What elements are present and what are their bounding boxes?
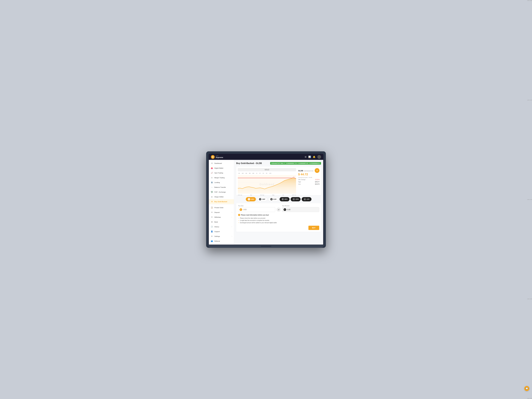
fiat-banner: Estimated FIAT Value ▼ $ 23699999952 7.0…	[270, 162, 321, 165]
tf-1d[interactable]: 1D	[238, 172, 241, 174]
sidebar-item-settings[interactable]: ⚙ Settings ›	[209, 234, 234, 239]
currency-tab-usd[interactable]: $ USD	[246, 197, 256, 201]
tf-2y[interactable]: 2Y	[259, 172, 261, 174]
tf-1m[interactable]: 1M	[245, 172, 248, 174]
give-label: You Give	[238, 205, 275, 207]
coin-full-name: Gold-Backed Coin	[304, 170, 313, 171]
currency-tab-btc[interactable]: ₿ BTC	[279, 197, 290, 201]
sidebar-item-margin-trading[interactable]: ⚖ Margin Trading	[209, 175, 234, 180]
coin-price: $ 44.72	[298, 173, 308, 176]
top-navigation: ⊕ crypX Supreme ⊞ 📊 🔔	[209, 154, 323, 160]
sidebar-item-shape-shifter[interactable]: ◈ Shape Shifter	[209, 194, 234, 199]
buy-button-wrap: BUY	[238, 226, 319, 230]
currency-tab-eth[interactable]: Ξ ETH	[291, 197, 301, 201]
chart-svg	[238, 175, 296, 194]
chat-bubble[interactable]: 💬	[524, 386, 529, 391]
chart-icon[interactable]: 📊	[308, 156, 311, 158]
currency-tab-eur[interactable]: € EUR	[268, 197, 278, 201]
sidebar-item-dashboard[interactable]: ⊟ Dashboard	[209, 161, 234, 166]
sidebar-item-deposit[interactable]: ⬇ Deposit ›	[209, 210, 234, 215]
swap-button[interactable]: ⇄	[277, 208, 281, 212]
coin-price-note: Gold price per gram = 10LDB	[298, 177, 312, 178]
receive-input-wrap: ⊙	[282, 207, 319, 212]
referral-icon: 👥	[211, 240, 213, 242]
give-input-wrap: $	[238, 207, 275, 212]
currency-tabs: $ USD £ GBP € EUR ₿ BTC	[236, 197, 321, 201]
coin-info: ⊙ GLDB Gold-Backed Coin $ 44.72 Gold pri…	[298, 168, 319, 194]
chart-canvas: Goldreed	[238, 175, 296, 194]
sidebar: ⊟ Dashboard 👛 Digital Wallet 📈 Spot Trad…	[209, 160, 234, 245]
exchange-icon: 💱	[211, 191, 213, 193]
logo-icon: ⊕	[211, 155, 215, 159]
sidebar-item-balance-transfer[interactable]: ↔ Balance Transfer	[209, 185, 234, 190]
info-icon: i	[238, 214, 240, 216]
transfer-icon: ↔	[211, 186, 213, 189]
chevron-right-icon: ›	[232, 212, 232, 213]
logo: ⊕ crypX Supreme	[211, 155, 223, 159]
grid-icon[interactable]: ⊞	[305, 156, 306, 158]
sidebar-item-bank[interactable]: 🏛 Bank	[209, 220, 234, 224]
eth-icon: Ξ	[293, 198, 295, 200]
app-layout: ⊟ Dashboard 👛 Digital Wallet 📈 Spot Trad…	[209, 160, 323, 245]
sidebar-item-digital-wallet[interactable]: 👛 Digital Wallet	[209, 166, 234, 171]
info-item-2: It might take few seconds to complete th…	[238, 219, 319, 222]
sidebar-item-fiat-exchange[interactable]: 💱 FIAT - Exchange	[209, 190, 234, 194]
tf-5y[interactable]: 5Y	[266, 172, 268, 174]
page-header: Buy Gold-Backed - GLDB Estimated FIAT Va…	[236, 162, 321, 165]
chart-line-icon: 📈	[211, 172, 213, 174]
sidebar-item-private-order[interactable]: 📋 Private Order	[209, 205, 234, 210]
tf-1w[interactable]: 1W	[241, 172, 244, 174]
order-icon: 📋	[211, 206, 213, 209]
tf-6m[interactable]: 6M	[252, 172, 255, 174]
chart-timeframe-buttons: 1D 1W 1M 3M 6M 1Y 2Y 3Y 5Y 10Y	[238, 172, 296, 174]
sidebar-item-withdraw[interactable]: ⬆ Withdraw ›	[209, 215, 234, 220]
receive-currency-icon: ⊙	[284, 208, 286, 211]
receive-field: You Receive ⊙	[282, 205, 319, 212]
deposit-icon: ⬇	[211, 211, 213, 214]
tf-1y[interactable]: 1Y	[255, 172, 258, 174]
info-list: Please check the rates before you procee…	[238, 217, 319, 224]
bank-icon: 🏛	[211, 221, 213, 223]
give-input[interactable]	[243, 209, 274, 210]
chevron-right-icon: ›	[232, 226, 232, 228]
sidebar-item-support[interactable]: 👤 Support	[209, 229, 234, 234]
page-title: Buy Gold-Backed - GLDB	[236, 162, 262, 165]
sidebar-item-history[interactable]: 🕐 History ›	[209, 224, 234, 229]
gbp-icon: £	[259, 198, 261, 200]
history-icon: 🕐	[211, 226, 213, 228]
stat-high: High $ 45.77	[298, 181, 319, 183]
coin-badge: ⊙	[315, 168, 319, 173]
gold-icon: ⊙	[211, 200, 213, 203]
laptop-notch	[261, 246, 271, 247]
tf-10y[interactable]: 10Y	[269, 172, 272, 174]
avatar[interactable]	[317, 155, 321, 159]
dashboard-icon: ⊟	[211, 162, 213, 165]
lending-icon: 🏦	[211, 181, 213, 184]
buy-button[interactable]: BUY	[308, 226, 319, 230]
bell-icon[interactable]: 🔔	[313, 156, 316, 158]
receive-input	[287, 209, 318, 210]
give-field: You Give $	[238, 205, 275, 212]
sidebar-item-spot-trading[interactable]: 📈 Spot Trading	[209, 171, 234, 175]
exchange-row: You Give $ ⇄ You Receive ⊙	[238, 205, 319, 212]
give-currency-icon: $	[240, 208, 242, 211]
sidebar-item-buy-gold-backed[interactable]: ⊙ Buy Gold-Backed	[209, 199, 234, 204]
currency-tab-gbp[interactable]: £ GBP	[257, 197, 267, 201]
info-item-3: Exchanged amount will be added to your r…	[238, 222, 319, 224]
info-item-1: Please check the rates before you procee…	[238, 217, 319, 219]
sidebar-item-referral[interactable]: 👥 Referral	[209, 239, 234, 244]
currency-tab-ltc[interactable]: Ł LTC	[302, 197, 311, 201]
btc-icon: ₿	[282, 198, 284, 200]
tf-3m[interactable]: 3M	[248, 172, 251, 174]
chevron-right-icon: ›	[232, 235, 232, 237]
main-content: Buy Gold-Backed - GLDB Estimated FIAT Va…	[234, 160, 323, 245]
coin-name: GLDB	[298, 170, 303, 172]
tf-3y[interactable]: 3Y	[262, 172, 265, 174]
receive-label: You Receive	[282, 205, 319, 207]
info-header: i Please read information before you buy…	[238, 214, 319, 216]
wallet-icon: 👛	[211, 167, 213, 169]
sidebar-item-lending[interactable]: 🏦 Lending	[209, 180, 234, 185]
chevron-right-icon: ›	[232, 216, 232, 218]
withdraw-icon: ⬆	[211, 216, 213, 218]
logo-text: crypX Supreme	[216, 155, 223, 158]
